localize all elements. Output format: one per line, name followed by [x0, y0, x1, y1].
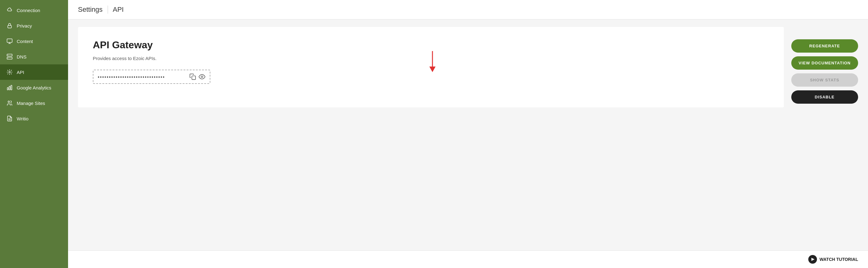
layout-icon: [6, 38, 13, 44]
sidebar-item-content-label: Content: [17, 39, 33, 44]
api-icon: [6, 69, 13, 76]
svg-marker-14: [429, 66, 436, 72]
file-icon: [6, 115, 13, 122]
api-gateway-card: API Gateway Provides access to Ezoic API…: [78, 27, 784, 108]
card-title: API Gateway: [93, 39, 769, 51]
svg-rect-15: [192, 76, 195, 80]
sidebar-item-privacy-label: Privacy: [17, 23, 32, 28]
main-area: Settings API API Gateway Provides access…: [68, 0, 868, 268]
page-header: Settings API: [68, 0, 868, 20]
sidebar-item-privacy[interactable]: Privacy: [0, 18, 68, 33]
lock-icon: [6, 22, 13, 29]
copy-icon[interactable]: [189, 73, 196, 80]
svg-point-4: [8, 55, 8, 55]
eye-icon[interactable]: [198, 73, 206, 80]
breadcrumb-settings: Settings: [78, 6, 103, 13]
page-footer: WATCH TUTORIAL: [68, 250, 868, 268]
show-stats-button: SHOW STATS: [791, 73, 858, 87]
sidebar-item-connection[interactable]: Connection: [0, 2, 68, 18]
cloud-icon: [6, 7, 13, 13]
sidebar-item-manage-sites[interactable]: Manage Sites: [0, 95, 68, 111]
sidebar-item-dns-label: DNS: [17, 54, 27, 59]
api-key-wrapper: ••••••••••••••••••••••••••••••: [93, 70, 769, 84]
page-content: API Gateway Provides access to Ezoic API…: [68, 20, 868, 250]
svg-rect-1: [7, 39, 12, 43]
sidebar-item-api-label: API: [17, 70, 24, 75]
sidebar-item-dns[interactable]: DNS: [0, 49, 68, 64]
api-key-icons: [189, 73, 206, 80]
sidebar-item-google-analytics-label: Google Analytics: [17, 85, 51, 90]
sidebar-item-manage-sites-label: Manage Sites: [17, 100, 45, 106]
svg-point-10: [8, 101, 9, 102]
svg-point-16: [201, 76, 203, 78]
server-icon: [6, 53, 13, 60]
sidebar-item-connection-label: Connection: [17, 8, 40, 13]
arrow-indicator: [428, 51, 437, 74]
disable-button[interactable]: DISABLE: [791, 90, 858, 104]
sidebar-item-writio[interactable]: Writio: [0, 111, 68, 126]
view-documentation-button[interactable]: VIEW DOCUMENTATION: [791, 56, 858, 70]
svg-point-5: [8, 58, 8, 59]
chart-icon: [6, 84, 13, 91]
sidebar-item-writio-label: Writio: [17, 116, 28, 121]
sidebar-item-google-analytics[interactable]: Google Analytics: [0, 80, 68, 95]
sidebar: Connection Privacy Content DNS API Googl…: [0, 0, 68, 268]
watch-tutorial-label: WATCH TUTORIAL: [819, 257, 858, 262]
svg-rect-0: [8, 25, 11, 28]
action-buttons: REGENERATE VIEW DOCUMENTATION SHOW STATS…: [791, 27, 858, 104]
users-icon: [6, 100, 13, 107]
svg-rect-7: [7, 88, 8, 90]
api-key-field: ••••••••••••••••••••••••••••••: [93, 70, 210, 84]
breadcrumb-api: API: [113, 6, 124, 13]
svg-rect-2: [7, 54, 12, 56]
play-icon: [808, 255, 817, 264]
header-divider: [107, 6, 108, 13]
regenerate-button[interactable]: REGENERATE: [791, 39, 858, 53]
svg-rect-9: [11, 85, 12, 90]
sidebar-item-api[interactable]: API: [0, 64, 68, 80]
watch-tutorial-button[interactable]: WATCH TUTORIAL: [808, 255, 858, 264]
svg-point-6: [9, 71, 10, 73]
svg-rect-3: [7, 57, 12, 59]
api-key-masked: ••••••••••••••••••••••••••••••: [98, 74, 186, 80]
sidebar-item-content[interactable]: Content: [0, 33, 68, 49]
svg-rect-8: [9, 86, 10, 90]
